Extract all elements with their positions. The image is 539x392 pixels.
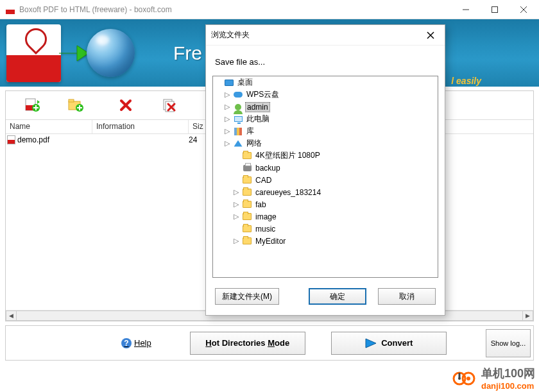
title-bar: Boxoft PDF to HTML (freeware) - boxoft.c… — [0, 0, 539, 19]
svg-rect-3 — [492, 6, 497, 12]
tree-item[interactable]: ▷admin — [213, 101, 438, 113]
tree-item[interactable]: ▷WPS云盘 — [213, 89, 438, 101]
tree-expander-icon[interactable]: ▷ — [232, 212, 240, 221]
tree-label: WPS云盘 — [245, 89, 280, 100]
tree-expander-icon[interactable]: ▷ — [223, 90, 231, 99]
dialog-close-button[interactable] — [422, 28, 440, 43]
add-pdf-button[interactable] — [22, 95, 43, 115]
tree-expander-icon[interactable] — [232, 152, 240, 160]
tree-expander-icon[interactable]: ▷ — [223, 139, 231, 148]
printer-icon — [242, 163, 252, 173]
globe-icon — [87, 29, 135, 77]
tree-item[interactable]: 4K壁纸图片 1080P — [213, 149, 438, 162]
ok-button[interactable]: 确定 — [309, 288, 366, 305]
tree-label: image — [254, 212, 278, 221]
tree-expander-icon[interactable]: ▷ — [223, 115, 231, 123]
svg-rect-12 — [69, 99, 74, 102]
pdf-file-icon — [7, 135, 15, 144]
help-label: Help — [134, 338, 151, 348]
pdf-icon — [6, 24, 61, 82]
cloud-icon — [233, 90, 243, 100]
tree-item[interactable]: ▷careueyes_183214 — [213, 186, 438, 198]
window-controls — [451, 0, 538, 19]
folder-icon — [242, 187, 252, 198]
maximize-button[interactable] — [480, 0, 509, 19]
net-icon — [233, 139, 243, 149]
folder-tree[interactable]: 桌面▷WPS云盘▷admin▷此电脑▷库▷网络 4K壁纸图片 1080P bac… — [212, 76, 438, 278]
hot-directories-button[interactable]: HHot Directories Modeot Directories Mode — [190, 332, 305, 355]
tree-label: 库 — [245, 126, 255, 137]
svg-rect-1 — [6, 5, 15, 10]
folder-icon — [242, 236, 252, 246]
tree-item[interactable]: ▷此电脑 — [213, 113, 438, 125]
add-folder-button[interactable] — [66, 95, 87, 115]
minimize-button[interactable] — [451, 0, 480, 19]
tree-item[interactable]: CAD — [213, 174, 438, 186]
arrow-icon — [58, 40, 90, 66]
folder-icon — [242, 175, 252, 185]
tree-item[interactable]: ▷库 — [213, 125, 438, 137]
tree-item[interactable]: ▷MyEditor — [213, 235, 438, 247]
monitor-icon — [233, 114, 243, 124]
tree-label: admin — [245, 102, 270, 112]
tree-expander-icon[interactable]: ▷ — [232, 237, 240, 245]
col-name-header[interactable]: Name — [6, 120, 92, 133]
tree-expander-icon[interactable] — [214, 79, 222, 87]
tree-expander-icon[interactable] — [232, 176, 240, 184]
tree-item[interactable]: ▷image — [213, 210, 438, 223]
play-icon — [364, 337, 377, 349]
tree-expander-icon[interactable]: ▷ — [223, 103, 231, 111]
tree-item[interactable]: backup — [213, 162, 438, 174]
close-button[interactable] — [509, 0, 538, 19]
bottom-bar: ? Help HHot Directories Modeot Directori… — [5, 325, 534, 361]
scroll-left-button[interactable]: ◀ — [6, 311, 17, 321]
lib-icon — [233, 126, 243, 137]
cancel-button[interactable]: 取消 — [378, 288, 436, 305]
toolbar-separator — [101, 96, 101, 115]
tree-item[interactable]: music — [213, 223, 438, 235]
tree-item[interactable]: ▷网络 — [213, 137, 438, 149]
new-folder-button[interactable]: 新建文件夹(M) — [215, 288, 279, 305]
banner-logo — [6, 22, 135, 83]
window-title: Boxoft PDF to HTML (freeware) - boxoft.c… — [19, 5, 451, 14]
help-link[interactable]: ? Help — [121, 338, 151, 348]
tree-expander-icon[interactable]: ▷ — [223, 127, 231, 135]
scroll-right-button[interactable]: ▶ — [522, 311, 533, 321]
tree-label: careueyes_183214 — [254, 188, 322, 197]
convert-label: Convert — [381, 338, 413, 348]
folder-icon — [242, 151, 252, 161]
dialog-prompt: Save file as... — [206, 46, 445, 76]
remove-button[interactable] — [116, 95, 136, 115]
tree-label: backup — [254, 164, 282, 173]
tree-expander-icon[interactable] — [232, 225, 240, 233]
folder-icon — [242, 212, 252, 222]
convert-button[interactable]: Convert — [331, 332, 447, 355]
tree-label: 4K壁纸图片 1080P — [254, 150, 321, 161]
file-name: demo.pdf — [17, 135, 49, 144]
watermark-logo-icon — [452, 370, 477, 387]
tree-item[interactable]: ▷fab — [213, 198, 438, 210]
tree-label: CAD — [254, 176, 273, 185]
folder-icon — [242, 224, 252, 234]
tree-item[interactable]: 桌面 — [213, 76, 438, 89]
tree-label: 桌面 — [236, 77, 254, 88]
tree-expander-icon[interactable]: ▷ — [232, 200, 240, 209]
banner-subtitle: l easily — [451, 76, 481, 86]
tree-expander-icon[interactable] — [232, 164, 240, 172]
tree-label: MyEditor — [254, 237, 287, 246]
col-info-header[interactable]: Information — [92, 120, 189, 133]
tree-label: fab — [254, 200, 268, 209]
show-log-button[interactable]: Show log... — [486, 329, 531, 357]
watermark-text: 单机100网 danji100.com — [481, 366, 535, 391]
dialog-titlebar[interactable]: 浏览文件夹 — [206, 25, 445, 46]
tree-expander-icon[interactable]: ▷ — [232, 188, 240, 196]
desktop-icon — [224, 78, 234, 88]
remove-all-button[interactable] — [159, 95, 180, 115]
dialog-buttons: 新建文件夹(M) 确定 取消 — [206, 278, 445, 315]
folder-icon — [242, 200, 252, 210]
browse-folder-dialog: 浏览文件夹 Save file as... 桌面▷WPS云盘▷admin▷此电脑… — [205, 24, 445, 316]
svg-point-26 — [458, 377, 461, 380]
banner-title: Fre — [173, 42, 202, 64]
tree-label: 网络 — [245, 138, 263, 149]
user-icon — [233, 102, 243, 112]
